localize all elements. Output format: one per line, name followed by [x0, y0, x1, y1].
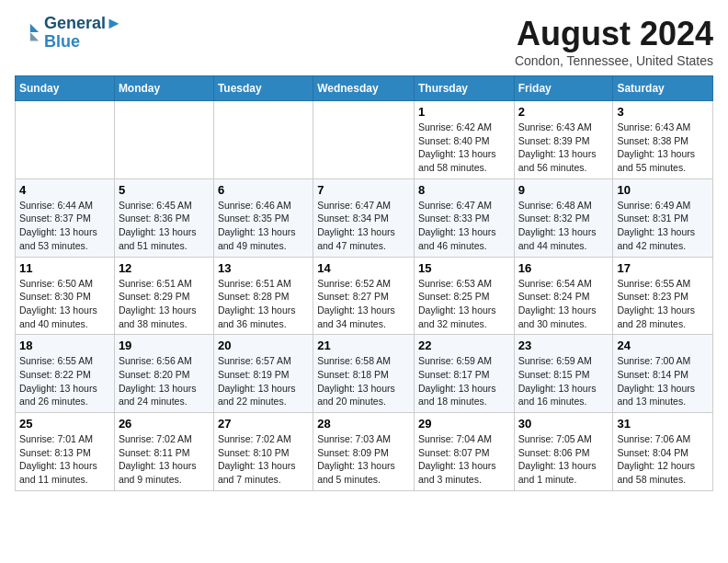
svg-marker-1	[30, 32, 39, 40]
cell-content: Sunrise: 6:50 AM Sunset: 8:30 PM Dayligh…	[19, 277, 110, 331]
cell-content: Sunrise: 6:58 AM Sunset: 8:18 PM Dayligh…	[317, 354, 410, 408]
cell-content: Sunrise: 6:49 AM Sunset: 8:31 PM Dayligh…	[617, 199, 709, 253]
date-number: 26	[119, 417, 210, 431]
cell-content: Sunrise: 6:51 AM Sunset: 8:29 PM Dayligh…	[119, 277, 210, 331]
cell-content: Sunrise: 7:05 AM Sunset: 8:06 PM Dayligh…	[518, 432, 609, 487]
day-header-sunday: Sunday	[16, 76, 115, 101]
date-number: 24	[617, 339, 709, 352]
calendar-cell: 31Sunrise: 7:06 AM Sunset: 8:04 PM Dayli…	[613, 413, 713, 491]
date-number: 18	[19, 339, 110, 352]
date-number: 16	[518, 261, 609, 275]
day-header-monday: Monday	[114, 76, 213, 101]
date-number: 25	[19, 417, 110, 431]
calendar-cell: 28Sunrise: 7:03 AM Sunset: 8:09 PM Dayli…	[313, 413, 415, 491]
calendar-cell: 19Sunrise: 6:56 AM Sunset: 8:20 PM Dayli…	[114, 335, 213, 413]
cell-content: Sunrise: 6:51 AM Sunset: 8:28 PM Dayligh…	[218, 277, 309, 331]
cell-content: Sunrise: 6:59 AM Sunset: 8:17 PM Dayligh…	[418, 354, 510, 408]
calendar-cell: 27Sunrise: 7:02 AM Sunset: 8:10 PM Dayli…	[213, 413, 313, 491]
week-row-5: 25Sunrise: 7:01 AM Sunset: 8:13 PM Dayli…	[16, 413, 713, 491]
date-number: 29	[418, 417, 510, 431]
cell-content: Sunrise: 6:55 AM Sunset: 8:23 PM Dayligh…	[617, 277, 709, 331]
cell-content: Sunrise: 6:52 AM Sunset: 8:27 PM Dayligh…	[317, 277, 410, 331]
main-title: August 2024	[515, 15, 713, 53]
calendar-cell: 29Sunrise: 7:04 AM Sunset: 8:07 PM Dayli…	[414, 413, 514, 491]
week-row-2: 4Sunrise: 6:44 AM Sunset: 8:37 PM Daylig…	[16, 178, 713, 257]
calendar-cell: 15Sunrise: 6:53 AM Sunset: 8:25 PM Dayli…	[414, 257, 514, 335]
cell-content: Sunrise: 7:02 AM Sunset: 8:11 PM Dayligh…	[119, 432, 210, 487]
calendar-cell: 17Sunrise: 6:55 AM Sunset: 8:23 PM Dayli…	[613, 257, 713, 335]
date-number: 13	[218, 261, 309, 275]
cell-content: Sunrise: 7:00 AM Sunset: 8:14 PM Dayligh…	[617, 354, 709, 408]
date-number: 2	[518, 105, 609, 119]
calendar-cell: 9Sunrise: 6:48 AM Sunset: 8:32 PM Daylig…	[514, 178, 613, 257]
cell-content: Sunrise: 7:02 AM Sunset: 8:10 PM Dayligh…	[218, 432, 309, 487]
cell-content: Sunrise: 7:01 AM Sunset: 8:13 PM Dayligh…	[19, 432, 110, 487]
week-row-1: 1Sunrise: 6:42 AM Sunset: 8:40 PM Daylig…	[16, 101, 713, 179]
day-headers: SundayMondayTuesdayWednesdayThursdayFrid…	[16, 76, 713, 101]
calendar-cell: 13Sunrise: 6:51 AM Sunset: 8:28 PM Dayli…	[213, 257, 313, 335]
cell-content: Sunrise: 6:59 AM Sunset: 8:15 PM Dayligh…	[518, 354, 609, 408]
cell-content: Sunrise: 6:47 AM Sunset: 8:33 PM Dayligh…	[418, 199, 510, 253]
date-number: 28	[317, 417, 410, 431]
day-header-thursday: Thursday	[414, 76, 514, 101]
calendar-cell: 16Sunrise: 6:54 AM Sunset: 8:24 PM Dayli…	[514, 257, 613, 335]
calendar-table: SundayMondayTuesdayWednesdayThursdayFrid…	[15, 75, 713, 491]
date-number: 1	[418, 105, 510, 119]
calendar-cell: 30Sunrise: 7:05 AM Sunset: 8:06 PM Dayli…	[514, 413, 613, 491]
date-number: 22	[418, 339, 510, 352]
cell-content: Sunrise: 6:42 AM Sunset: 8:40 PM Dayligh…	[418, 121, 510, 175]
svg-marker-0	[30, 24, 39, 32]
date-number: 17	[617, 261, 709, 275]
cell-content: Sunrise: 6:43 AM Sunset: 8:39 PM Dayligh…	[518, 121, 609, 175]
cell-content: Sunrise: 6:44 AM Sunset: 8:37 PM Dayligh…	[19, 199, 110, 253]
subtitle: Condon, Tennessee, United States	[515, 53, 713, 68]
cell-content: Sunrise: 6:43 AM Sunset: 8:38 PM Dayligh…	[617, 121, 709, 175]
cell-content: Sunrise: 6:57 AM Sunset: 8:19 PM Dayligh…	[218, 354, 309, 408]
cell-content: Sunrise: 7:04 AM Sunset: 8:07 PM Dayligh…	[418, 432, 510, 487]
date-number: 6	[218, 183, 309, 197]
calendar-cell	[114, 101, 213, 179]
date-number: 27	[218, 417, 309, 431]
calendar-cell: 10Sunrise: 6:49 AM Sunset: 8:31 PM Dayli…	[613, 178, 713, 257]
date-number: 30	[518, 417, 609, 431]
calendar-cell: 24Sunrise: 7:00 AM Sunset: 8:14 PM Dayli…	[613, 335, 713, 413]
week-row-4: 18Sunrise: 6:55 AM Sunset: 8:22 PM Dayli…	[16, 335, 713, 413]
cell-content: Sunrise: 6:53 AM Sunset: 8:25 PM Dayligh…	[418, 277, 510, 331]
cell-content: Sunrise: 6:47 AM Sunset: 8:34 PM Dayligh…	[317, 199, 410, 253]
calendar-cell: 8Sunrise: 6:47 AM Sunset: 8:33 PM Daylig…	[414, 178, 514, 257]
logo-icon	[15, 20, 40, 46]
date-number: 9	[518, 183, 609, 197]
calendar-cell: 23Sunrise: 6:59 AM Sunset: 8:15 PM Dayli…	[514, 335, 613, 413]
date-number: 8	[418, 183, 510, 197]
calendar-cell	[313, 101, 415, 179]
date-number: 5	[119, 183, 210, 197]
date-number: 21	[317, 339, 410, 352]
day-header-saturday: Saturday	[613, 76, 713, 101]
cell-content: Sunrise: 6:56 AM Sunset: 8:20 PM Dayligh…	[119, 354, 210, 408]
date-number: 4	[19, 183, 110, 197]
calendar-cell: 4Sunrise: 6:44 AM Sunset: 8:37 PM Daylig…	[16, 178, 115, 257]
date-number: 19	[119, 339, 210, 352]
cell-content: Sunrise: 7:03 AM Sunset: 8:09 PM Dayligh…	[317, 432, 410, 487]
date-number: 14	[317, 261, 410, 275]
date-number: 23	[518, 339, 609, 352]
date-number: 20	[218, 339, 309, 352]
calendar-cell: 20Sunrise: 6:57 AM Sunset: 8:19 PM Dayli…	[213, 335, 313, 413]
day-header-tuesday: Tuesday	[213, 76, 313, 101]
calendar-cell: 7Sunrise: 6:47 AM Sunset: 8:34 PM Daylig…	[313, 178, 415, 257]
date-number: 31	[617, 417, 709, 431]
title-area: August 2024 Condon, Tennessee, United St…	[515, 15, 713, 68]
date-number: 10	[617, 183, 709, 197]
date-number: 3	[617, 105, 709, 119]
cell-content: Sunrise: 6:46 AM Sunset: 8:35 PM Dayligh…	[218, 199, 309, 253]
cell-content: Sunrise: 6:48 AM Sunset: 8:32 PM Dayligh…	[518, 199, 609, 253]
cell-content: Sunrise: 7:06 AM Sunset: 8:04 PM Dayligh…	[617, 432, 709, 487]
calendar-cell: 11Sunrise: 6:50 AM Sunset: 8:30 PM Dayli…	[16, 257, 115, 335]
calendar-cell: 3Sunrise: 6:43 AM Sunset: 8:38 PM Daylig…	[613, 101, 713, 179]
date-number: 15	[418, 261, 510, 275]
calendar-cell: 6Sunrise: 6:46 AM Sunset: 8:35 PM Daylig…	[213, 178, 313, 257]
calendar-cell: 1Sunrise: 6:42 AM Sunset: 8:40 PM Daylig…	[414, 101, 514, 179]
page-header: General► Blue August 2024 Condon, Tennes…	[15, 15, 713, 68]
calendar-cell: 18Sunrise: 6:55 AM Sunset: 8:22 PM Dayli…	[16, 335, 115, 413]
week-row-3: 11Sunrise: 6:50 AM Sunset: 8:30 PM Dayli…	[16, 257, 713, 335]
